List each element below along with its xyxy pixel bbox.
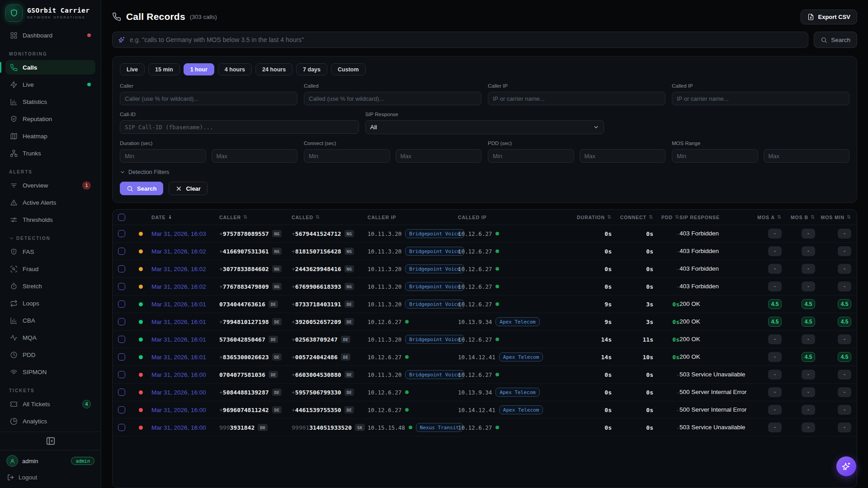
sidebar-item-fraud[interactable]: Fraud (5, 262, 95, 276)
sidebar-item-fas[interactable]: FAS (5, 244, 95, 259)
sidebar-item-mqa[interactable]: MQA (5, 330, 95, 345)
row-checkbox[interactable] (118, 248, 125, 255)
column-header-called[interactable]: Called⇅ (292, 214, 368, 220)
column-header-mos_min[interactable]: MOS Min⇅ (815, 214, 851, 220)
time-range-tab-live[interactable]: Live (120, 63, 145, 75)
row-checkbox[interactable] (118, 353, 125, 361)
caller-ip-filter-input[interactable] (488, 92, 665, 105)
call-date-link[interactable]: Mar 31, 2026, 16:02 (151, 248, 206, 255)
sidebar-item-stretch[interactable]: Stretch (5, 279, 95, 293)
column-header-caller[interactable]: Caller⇅ (219, 214, 292, 220)
sidebar-item-loops[interactable]: Loops (5, 296, 95, 310)
nav-section-detection[interactable]: DETECTION (5, 230, 95, 244)
pdd-max-input[interactable] (580, 149, 666, 163)
call-date-link[interactable]: Mar 31, 2026, 16:00 (151, 407, 206, 413)
ai-assistant-fab[interactable] (836, 456, 856, 476)
mos-a: - (748, 387, 782, 397)
row-checkbox[interactable] (118, 406, 125, 413)
sidebar-item-live[interactable]: Live (5, 77, 95, 92)
call-date-link[interactable]: Mar 31, 2026, 16:02 (151, 283, 206, 290)
call-date-link[interactable]: Mar 31, 2026, 16:01 (151, 301, 206, 308)
sidebar-collapse-button[interactable] (46, 436, 56, 446)
row-checkbox[interactable] (118, 230, 125, 237)
sidebar-item-cba[interactable]: CBA (5, 313, 95, 328)
country-badge: NG (272, 248, 282, 255)
sidebar-item-analytics[interactable]: Analytics (5, 414, 95, 428)
time-range-tab-7-days[interactable]: 7 days (296, 63, 327, 75)
row-checkbox[interactable] (118, 283, 125, 290)
sidebar-item-pdd[interactable]: PDD (5, 347, 95, 362)
call-date-link[interactable]: Mar 31, 2026, 16:00 (151, 389, 206, 396)
sidebar-item-statistics[interactable]: Statistics (5, 94, 95, 109)
export-csv-button[interactable]: Export CSV (801, 9, 857, 24)
duration-min-input[interactable] (120, 149, 206, 163)
column-header-date[interactable]: Date↓ (151, 214, 219, 220)
call-date-link[interactable]: Mar 31, 2026, 16:01 (151, 319, 206, 325)
time-range-tab-24-hours[interactable]: 24 hours (255, 63, 292, 75)
sidebar-item-dashboard[interactable]: Dashboard (5, 28, 95, 42)
column-header-connect[interactable]: Connect⇅ (612, 214, 653, 220)
mos-min: - (815, 387, 851, 397)
sidebar-item-thresholds[interactable]: Thresholds (5, 212, 95, 227)
mos-a: - (748, 264, 782, 274)
sidebar-item-trunks[interactable]: Trunks (5, 146, 95, 160)
detection-filters-toggle[interactable]: Detection Filters (120, 169, 849, 175)
call-date-link[interactable]: Mar 31, 2026, 16:01 (151, 336, 206, 343)
column-header-pdd[interactable]: PDD⇅ (653, 214, 679, 220)
pdd-min-input[interactable] (488, 149, 574, 163)
row-checkbox[interactable] (118, 336, 125, 343)
sort-icon: ⇅ (316, 214, 320, 220)
column-header-mos_b[interactable]: MOS B⇅ (782, 214, 815, 220)
sidebar-item-overview[interactable]: Overview1 (5, 178, 95, 192)
column-header-mos_a[interactable]: MOS A⇅ (748, 214, 782, 220)
sip-response-select[interactable]: All (365, 120, 604, 134)
chevron-down-icon (593, 124, 599, 130)
user-menu[interactable]: admin admin (0, 450, 101, 469)
filter-search-button[interactable]: Search (120, 182, 163, 195)
sidebar-item-active-alerts[interactable]: Active Alerts (5, 195, 95, 210)
logout-button[interactable]: Logout (0, 469, 101, 488)
row-checkbox[interactable] (118, 389, 125, 396)
time-range-tab-15-min[interactable]: 15 min (148, 63, 180, 75)
filter-clear-button[interactable]: Clear (169, 182, 208, 195)
called-ip-filter-input[interactable] (672, 92, 849, 105)
mos-max-input[interactable] (764, 149, 850, 163)
mos-badge: - (838, 370, 851, 380)
row-checkbox[interactable] (118, 300, 125, 308)
time-range-tab-custom[interactable]: Custom (331, 63, 366, 75)
connect-min-input[interactable] (304, 149, 390, 163)
row-checkbox[interactable] (118, 318, 125, 325)
time-range-tab-4-hours[interactable]: 4 hours (218, 63, 252, 75)
time-range-tab-1-hour[interactable]: 1 hour (184, 63, 214, 75)
ai-search-input[interactable] (130, 36, 802, 43)
mos-min-input[interactable] (672, 149, 758, 163)
call-date-link[interactable]: Mar 31, 2026, 16:00 (151, 371, 206, 378)
sidebar-item-reputation[interactable]: Reputation (5, 112, 95, 126)
row-checkbox[interactable] (118, 265, 125, 272)
online-dot (495, 373, 499, 376)
call-date-link[interactable]: Mar 31, 2026, 16:03 (151, 230, 206, 237)
mos-a: - (748, 246, 782, 256)
call-date-link[interactable]: Mar 31, 2026, 16:02 (151, 266, 206, 272)
sidebar-item-calls[interactable]: Calls (5, 60, 95, 75)
call-date-link[interactable]: Mar 31, 2026, 16:01 (151, 354, 206, 361)
carrier-badge: Apex Telecom (499, 405, 543, 414)
sidebar-item-sipmon[interactable]: SIPMON (5, 365, 95, 379)
row-checkbox[interactable] (118, 424, 125, 431)
row-checkbox[interactable] (118, 371, 125, 378)
sidebar-item-all-tickets[interactable]: All Tickets4 (5, 397, 95, 411)
shieldalert-icon (10, 248, 18, 256)
duration-max-input[interactable] (212, 149, 298, 163)
called-filter-input[interactable] (304, 92, 481, 105)
call-id-filter-input[interactable] (120, 120, 359, 134)
connect-max-input[interactable] (396, 149, 482, 163)
table-row: Mar 31, 2026, 16:00+5084488139287DE+5957… (113, 384, 857, 401)
sidebar-item-heatmap[interactable]: Heatmap (5, 129, 95, 143)
column-header-select[interactable] (118, 214, 139, 221)
column-header-duration[interactable]: Duration⇅ (571, 214, 612, 220)
call-date-link[interactable]: Mar 31, 2026, 16:00 (151, 424, 206, 431)
ai-search-button[interactable]: Search (814, 32, 857, 48)
select-all-checkbox[interactable] (118, 214, 125, 221)
pdd-value: - (653, 371, 679, 378)
caller-filter-input[interactable] (120, 92, 297, 105)
